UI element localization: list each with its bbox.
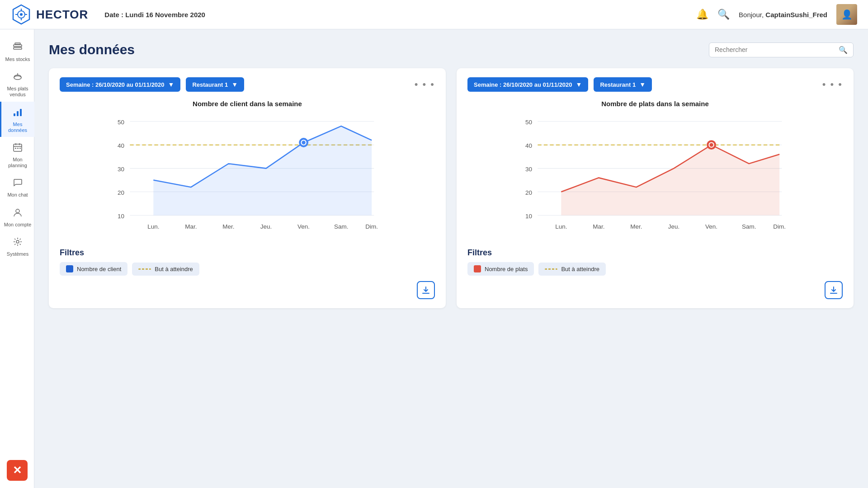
svg-text:20: 20	[118, 189, 124, 196]
chevron-down-icon: ▼	[231, 81, 238, 88]
card-left-controls: Semaine : 26/10/2020 au 01/11/2020 ▼ Res…	[60, 77, 435, 92]
more-options-left[interactable]: • • •	[415, 79, 435, 90]
sidebar-label-mes-plats-vendus: Mes platsvendus	[7, 86, 28, 98]
chart-clients-area: Nombre de client dans la semaine 50 40 3…	[60, 100, 435, 240]
sidebar-label-mes-stocks: Mes stocks	[5, 56, 30, 62]
svg-rect-8	[14, 47, 22, 49]
bell-icon[interactable]: 🔔	[696, 9, 708, 20]
filter-dot-plats	[474, 265, 481, 272]
greeting: Bonjour, CaptainSushi_Fred	[739, 11, 827, 19]
svg-text:Mer.: Mer.	[222, 223, 234, 230]
sidebar-item-mon-compte[interactable]: Mon compte	[0, 202, 34, 231]
filter-chip-plats[interactable]: Nombre de plats	[467, 262, 534, 276]
sidebar-item-mes-stocks[interactable]: Mes stocks	[0, 37, 34, 66]
systemes-icon	[13, 237, 23, 249]
svg-point-10	[14, 76, 21, 80]
svg-point-38	[302, 141, 305, 144]
svg-text:Lun.: Lun.	[147, 223, 159, 230]
chat-icon	[13, 178, 23, 190]
svg-text:10: 10	[118, 213, 124, 220]
svg-text:Mar.: Mar.	[185, 223, 197, 230]
sidebar-item-mes-plats-vendus[interactable]: Mes platsvendus	[0, 66, 34, 101]
sidebar-item-mon-chat[interactable]: Mon chat	[0, 172, 34, 202]
logo-text: HECTOR	[36, 8, 88, 22]
page-title: Mes données	[49, 42, 135, 57]
topnav-right: 🔔 🔍 Bonjour, CaptainSushi_Fred 👤	[696, 4, 857, 25]
svg-text:Jeu.: Jeu.	[260, 223, 272, 230]
chevron-down-icon: ▼	[168, 81, 175, 88]
filter-chip-goal-right[interactable]: But à atteindre	[538, 263, 606, 276]
sidebar-label-mes-donnees: Mes données	[3, 122, 33, 133]
filter-chip-goal-left[interactable]: But à atteindre	[132, 263, 199, 276]
svg-rect-12	[14, 113, 15, 116]
svg-text:20: 20	[525, 189, 532, 196]
svg-text:Sam.: Sam.	[334, 223, 349, 230]
svg-text:10: 10	[525, 213, 532, 220]
filter-chip-clients[interactable]: Nombre de client	[60, 262, 127, 276]
search-input[interactable]	[715, 46, 835, 53]
donnees-icon	[13, 107, 23, 120]
svg-text:Sam.: Sam.	[742, 223, 756, 230]
week-dropdown-left[interactable]: Semaine : 26/10/2020 au 01/11/2020 ▼	[60, 77, 180, 92]
svg-rect-20	[17, 148, 19, 149]
chart-plats-area: Nombre de plats dans la semaine 50 40 30…	[467, 100, 843, 240]
sidebar: Mes stocks Mes platsvendus Mes données	[0, 29, 34, 488]
filters-right: Filtres Nombre de plats But à atteindre	[467, 248, 843, 276]
filters-right-title: Filtres	[467, 248, 843, 258]
search-icon[interactable]: 🔍	[717, 9, 730, 20]
svg-rect-7	[14, 45, 22, 47]
main-header: Mes données 🔍	[49, 42, 854, 57]
svg-point-22	[16, 209, 19, 213]
svg-text:Dim.: Dim.	[365, 223, 378, 230]
svg-rect-19	[15, 148, 16, 149]
sidebar-label-mon-compte: Mon compte	[4, 222, 32, 228]
filters-left-title: Filtres	[60, 248, 435, 258]
main-content: Mes données 🔍 Semaine : 26/10/2020 au 01…	[34, 29, 868, 488]
card-clients: Semaine : 26/10/2020 au 01/11/2020 ▼ Res…	[49, 68, 446, 308]
sidebar-label-mon-planning: Mon planning	[3, 157, 33, 169]
filter-line-goal-right	[545, 268, 557, 270]
layout: Mes stocks Mes platsvendus Mes données	[0, 29, 868, 488]
filters-left: Filtres Nombre de client But à atteindre	[60, 248, 435, 276]
svg-marker-35	[153, 126, 372, 215]
filter-dot-clients	[66, 265, 73, 272]
svg-text:Mer.: Mer.	[630, 223, 642, 230]
chart-clients-svg: 50 40 30 20 10	[60, 112, 435, 234]
avatar[interactable]: 👤	[836, 4, 857, 25]
svg-rect-21	[19, 148, 21, 149]
svg-text:Lun.: Lun.	[555, 223, 567, 230]
card-plats: Semaine : 26/10/2020 au 01/11/2020 ▼ Res…	[457, 68, 854, 308]
svg-text:Dim.: Dim.	[773, 223, 786, 230]
svg-text:30: 30	[525, 166, 532, 173]
svg-text:30: 30	[118, 166, 124, 173]
sidebar-item-mon-planning[interactable]: Mon planning	[0, 137, 34, 172]
svg-rect-9	[15, 43, 20, 44]
download-button-right[interactable]	[825, 281, 843, 299]
svg-rect-13	[17, 111, 19, 116]
topnav-date: Date : Lundi 16 Novembre 2020	[104, 11, 205, 19]
more-options-right[interactable]: • • •	[822, 79, 843, 90]
sidebar-label-systemes: Systèmes	[7, 251, 28, 257]
plats-icon	[13, 71, 23, 84]
sidebar-item-systemes[interactable]: Systèmes	[0, 231, 34, 261]
download-icon	[421, 286, 430, 295]
chart-plats-svg: 50 40 30 20 10	[467, 112, 843, 234]
restaurant-dropdown-right[interactable]: Restaurant 1 ▼	[594, 77, 652, 92]
planning-icon	[13, 142, 23, 155]
svg-point-2	[20, 13, 23, 16]
card-right-footer	[467, 281, 843, 299]
svg-text:Ven.: Ven.	[705, 223, 717, 230]
svg-text:Jeu.: Jeu.	[668, 223, 680, 230]
svg-text:Ven.: Ven.	[297, 223, 310, 230]
filter-line-goal-left	[138, 268, 151, 270]
download-button-left[interactable]	[417, 281, 435, 299]
svg-text:50: 50	[118, 119, 124, 126]
card-left-footer	[60, 281, 435, 299]
week-dropdown-right[interactable]: Semaine : 26/10/2020 au 01/11/2020 ▼	[467, 77, 588, 92]
sidebar-item-mes-donnees[interactable]: Mes données	[0, 102, 34, 137]
download-icon	[829, 286, 838, 295]
card-right-controls: Semaine : 26/10/2020 au 01/11/2020 ▼ Res…	[467, 77, 843, 92]
close-button[interactable]: ✕	[7, 460, 28, 481]
restaurant-dropdown-left[interactable]: Restaurant 1 ▼	[186, 77, 244, 92]
svg-text:50: 50	[525, 119, 532, 126]
